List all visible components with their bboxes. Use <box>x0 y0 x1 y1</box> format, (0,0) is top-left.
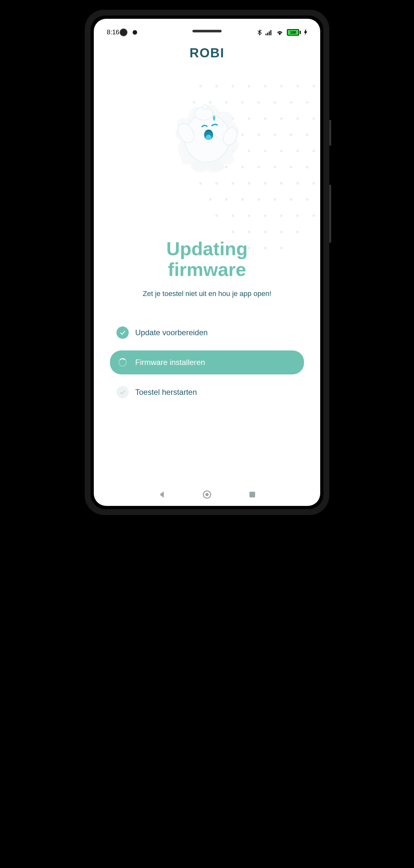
status-bar: 8:16 <box>94 19 320 39</box>
svg-point-28 <box>296 117 299 120</box>
title-line-2: firmware <box>168 259 246 280</box>
svg-point-82 <box>232 230 234 233</box>
phone-bezel: 8:16 <box>91 16 323 509</box>
app-header: ROBI <box>94 39 320 63</box>
svg-point-63 <box>280 182 283 185</box>
nav-back-icon[interactable] <box>157 490 167 499</box>
svg-point-67 <box>209 198 211 201</box>
svg-point-20 <box>306 101 309 104</box>
app-logo: ROBI <box>94 46 320 60</box>
svg-point-62 <box>264 182 267 185</box>
svg-point-19 <box>290 101 292 104</box>
svg-point-65 <box>312 182 315 185</box>
svg-point-55 <box>290 166 292 168</box>
svg-point-26 <box>264 117 267 120</box>
svg-point-18 <box>274 101 276 104</box>
svg-point-86 <box>296 230 299 233</box>
svg-rect-4 <box>270 30 271 35</box>
svg-point-35 <box>257 133 260 136</box>
svg-point-54 <box>274 166 276 168</box>
svg-point-96 <box>206 135 211 140</box>
phone-frame: 8:16 <box>85 10 329 515</box>
step-install: Firmware installeren <box>110 350 304 374</box>
svg-point-97 <box>191 161 207 170</box>
svg-point-59 <box>215 182 218 185</box>
svg-point-29 <box>312 117 315 120</box>
step-label: Update voorbereiden <box>135 328 208 337</box>
svg-point-61 <box>248 182 250 185</box>
svg-point-78 <box>264 214 267 217</box>
svg-point-85 <box>280 230 283 233</box>
battery-icon: 100 <box>287 29 301 36</box>
signal-icon <box>266 29 273 35</box>
battery-level: 100 <box>287 29 299 36</box>
svg-point-75 <box>215 214 218 217</box>
svg-point-44 <box>264 150 267 152</box>
svg-rect-101 <box>249 492 255 497</box>
svg-point-38 <box>306 133 309 136</box>
svg-point-64 <box>296 182 299 185</box>
svg-point-83 <box>248 230 250 233</box>
svg-point-98 <box>209 162 225 171</box>
svg-point-80 <box>296 214 299 217</box>
svg-point-73 <box>306 198 309 201</box>
check-icon <box>116 327 129 339</box>
svg-point-11 <box>296 85 299 88</box>
update-subtitle: Zet je toestel niet uit en hou je app op… <box>107 289 307 298</box>
title-line-1: Updating <box>166 238 247 259</box>
svg-rect-1 <box>266 34 267 35</box>
svg-point-56 <box>306 166 309 168</box>
mascot-illustration <box>162 83 252 180</box>
nav-home-icon[interactable] <box>202 490 212 499</box>
svg-point-9 <box>264 85 267 88</box>
svg-point-100 <box>205 493 209 496</box>
status-time: 8:16 <box>107 29 119 36</box>
svg-point-79 <box>280 214 283 217</box>
content-area: Updating firmware Zet je toestel niet ui… <box>94 83 320 404</box>
svg-point-94 <box>203 104 208 110</box>
svg-point-70 <box>257 198 260 201</box>
camera-hole <box>120 29 128 36</box>
svg-point-10 <box>280 85 283 88</box>
screen: 8:16 <box>94 19 320 506</box>
speaker-slot <box>193 30 221 32</box>
svg-point-45 <box>280 150 283 152</box>
svg-point-46 <box>296 150 299 152</box>
svg-point-17 <box>257 101 260 104</box>
svg-point-37 <box>290 133 292 136</box>
svg-point-72 <box>290 198 292 201</box>
svg-point-27 <box>280 117 283 120</box>
svg-point-60 <box>232 182 234 185</box>
nav-recent-icon[interactable] <box>247 490 257 499</box>
svg-point-71 <box>274 198 276 201</box>
svg-point-76 <box>232 214 234 217</box>
step-restart: Toestel herstarten <box>110 380 304 404</box>
side-button-volume <box>329 185 331 243</box>
update-title: Updating firmware <box>107 238 307 280</box>
bolt-icon <box>304 29 307 35</box>
step-prepare: Update voorbereiden <box>110 321 304 345</box>
svg-point-84 <box>264 230 267 233</box>
svg-point-69 <box>241 198 244 201</box>
svg-rect-2 <box>267 33 268 35</box>
status-bar-right: 100 <box>257 29 307 36</box>
bluetooth-icon <box>257 29 262 36</box>
svg-point-12 <box>312 85 315 88</box>
svg-point-47 <box>312 150 315 152</box>
update-steps: Update voorbereiden Firmware installeren… <box>107 321 307 404</box>
svg-point-36 <box>274 133 276 136</box>
svg-point-53 <box>257 166 260 168</box>
svg-rect-3 <box>269 31 270 35</box>
svg-point-58 <box>199 182 202 185</box>
step-label: Toestel herstarten <box>135 388 197 397</box>
check-icon <box>116 386 129 398</box>
android-nav-bar <box>94 490 320 499</box>
wifi-icon <box>276 29 284 35</box>
sensor-hole <box>133 30 137 35</box>
step-label: Firmware installeren <box>135 358 205 367</box>
svg-point-77 <box>248 214 250 217</box>
svg-point-81 <box>312 214 315 217</box>
svg-point-68 <box>225 198 228 201</box>
spinner-icon <box>116 356 129 369</box>
side-button-power <box>329 120 331 146</box>
